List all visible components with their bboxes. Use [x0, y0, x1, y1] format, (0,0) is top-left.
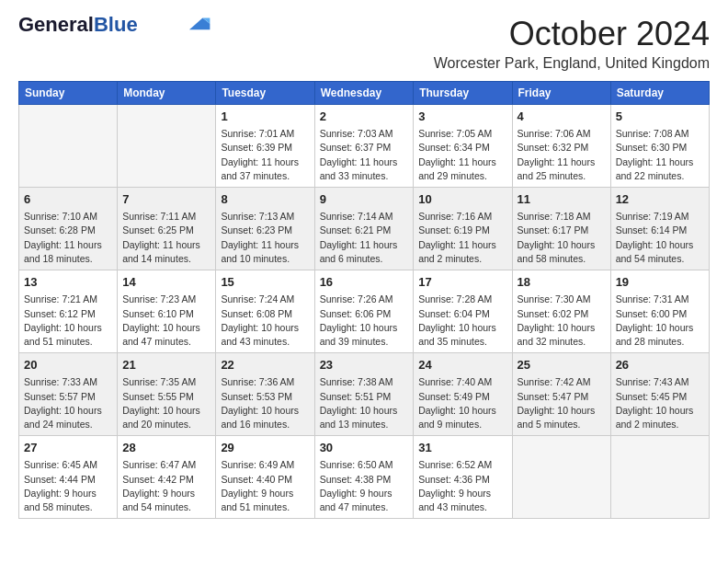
day-number: 31: [418, 440, 506, 456]
calendar-week-row: 1Sunrise: 7:01 AMSunset: 6:39 PMDaylight…: [19, 105, 710, 188]
day-number: 22: [221, 357, 309, 373]
calendar-table: Sunday Monday Tuesday Wednesday Thursday…: [18, 81, 710, 519]
header: GeneralBlue October 2024 Worcester Park,…: [18, 15, 710, 72]
day-detail: Sunrise: 7:05 AMSunset: 6:34 PMDaylight:…: [418, 127, 506, 183]
logo-icon: [182, 15, 211, 31]
day-number: 15: [221, 274, 309, 291]
col-friday: Friday: [512, 82, 610, 105]
day-number: 16: [320, 274, 409, 291]
calendar-cell: 7Sunrise: 7:11 AMSunset: 6:25 PMDaylight…: [118, 188, 216, 270]
day-number: 7: [122, 191, 210, 208]
calendar-cell: 16Sunrise: 7:26 AMSunset: 6:06 PMDayligh…: [314, 270, 414, 353]
logo-general: General: [18, 13, 94, 36]
day-detail: Sunrise: 7:06 AMSunset: 6:32 PMDaylight:…: [518, 127, 606, 183]
day-detail: Sunrise: 7:13 AMSunset: 6:23 PMDaylight:…: [221, 210, 309, 266]
day-number: 28: [122, 440, 210, 456]
day-number: 26: [616, 357, 704, 373]
day-detail: Sunrise: 7:14 AMSunset: 6:21 PMDaylight:…: [320, 210, 409, 266]
col-monday: Monday: [118, 82, 216, 105]
calendar-cell: [19, 105, 118, 188]
calendar-week-row: 27Sunrise: 6:45 AMSunset: 4:44 PMDayligh…: [19, 436, 710, 519]
day-detail: Sunrise: 7:31 AMSunset: 6:00 PMDaylight:…: [616, 293, 704, 349]
calendar-week-row: 6Sunrise: 7:10 AMSunset: 6:28 PMDaylight…: [19, 188, 710, 270]
day-number: 10: [418, 191, 506, 208]
calendar-cell: 5Sunrise: 7:08 AMSunset: 6:30 PMDaylight…: [610, 105, 709, 188]
day-number: 3: [418, 109, 506, 125]
day-detail: Sunrise: 6:50 AMSunset: 4:38 PMDaylight:…: [320, 458, 409, 514]
col-thursday: Thursday: [414, 82, 512, 105]
day-detail: Sunrise: 6:52 AMSunset: 4:36 PMDaylight:…: [418, 458, 506, 514]
day-number: 5: [616, 109, 704, 125]
logo: GeneralBlue: [18, 15, 211, 35]
day-detail: Sunrise: 7:21 AMSunset: 6:12 PMDaylight:…: [24, 293, 112, 349]
day-detail: Sunrise: 7:30 AMSunset: 6:02 PMDaylight:…: [518, 293, 606, 349]
calendar-cell: 31Sunrise: 6:52 AMSunset: 4:36 PMDayligh…: [414, 436, 512, 519]
calendar-cell: [118, 105, 216, 188]
day-number: 30: [320, 440, 409, 456]
calendar-cell: 3Sunrise: 7:05 AMSunset: 6:34 PMDaylight…: [414, 105, 512, 188]
calendar-cell: 24Sunrise: 7:40 AMSunset: 5:49 PMDayligh…: [414, 353, 512, 436]
title-section: October 2024 Worcester Park, England, Un…: [434, 15, 710, 72]
calendar-cell: 25Sunrise: 7:42 AMSunset: 5:47 PMDayligh…: [512, 353, 610, 436]
calendar-cell: 11Sunrise: 7:18 AMSunset: 6:17 PMDayligh…: [512, 188, 610, 270]
calendar-cell: [512, 436, 610, 519]
day-detail: Sunrise: 7:42 AMSunset: 5:47 PMDaylight:…: [518, 375, 606, 431]
calendar-cell: 19Sunrise: 7:31 AMSunset: 6:00 PMDayligh…: [610, 270, 709, 353]
day-number: 14: [122, 274, 210, 291]
calendar-cell: 23Sunrise: 7:38 AMSunset: 5:51 PMDayligh…: [314, 353, 414, 436]
day-number: 25: [518, 357, 606, 373]
calendar-cell: 13Sunrise: 7:21 AMSunset: 6:12 PMDayligh…: [19, 270, 118, 353]
day-detail: Sunrise: 7:18 AMSunset: 6:17 PMDaylight:…: [518, 210, 606, 266]
day-number: 19: [616, 274, 704, 291]
day-detail: Sunrise: 7:28 AMSunset: 6:04 PMDaylight:…: [418, 293, 506, 349]
day-detail: Sunrise: 7:26 AMSunset: 6:06 PMDaylight:…: [320, 293, 409, 349]
day-detail: Sunrise: 7:35 AMSunset: 5:55 PMDaylight:…: [122, 375, 210, 431]
day-detail: Sunrise: 7:19 AMSunset: 6:14 PMDaylight:…: [616, 210, 704, 266]
calendar-week-row: 13Sunrise: 7:21 AMSunset: 6:12 PMDayligh…: [19, 270, 710, 353]
calendar-week-row: 20Sunrise: 7:33 AMSunset: 5:57 PMDayligh…: [19, 353, 710, 436]
day-number: 21: [122, 357, 210, 373]
calendar-cell: 14Sunrise: 7:23 AMSunset: 6:10 PMDayligh…: [118, 270, 216, 353]
day-detail: Sunrise: 7:24 AMSunset: 6:08 PMDaylight:…: [221, 293, 309, 349]
day-detail: Sunrise: 7:33 AMSunset: 5:57 PMDaylight:…: [24, 375, 112, 431]
day-number: 23: [320, 357, 409, 373]
page: GeneralBlue October 2024 Worcester Park,…: [0, 0, 728, 563]
day-number: 8: [221, 191, 309, 208]
day-number: 6: [24, 191, 112, 208]
day-detail: Sunrise: 7:03 AMSunset: 6:37 PMDaylight:…: [320, 127, 409, 183]
calendar-cell: 1Sunrise: 7:01 AMSunset: 6:39 PMDaylight…: [216, 105, 314, 188]
calendar-cell: 2Sunrise: 7:03 AMSunset: 6:37 PMDaylight…: [314, 105, 414, 188]
calendar-cell: 12Sunrise: 7:19 AMSunset: 6:14 PMDayligh…: [610, 188, 709, 270]
calendar-cell: 8Sunrise: 7:13 AMSunset: 6:23 PMDaylight…: [216, 188, 314, 270]
col-sunday: Sunday: [19, 82, 118, 105]
calendar-cell: [610, 436, 709, 519]
day-detail: Sunrise: 6:45 AMSunset: 4:44 PMDaylight:…: [24, 458, 112, 514]
day-number: 13: [24, 274, 112, 291]
day-number: 29: [221, 440, 309, 456]
logo-text: GeneralBlue: [18, 15, 138, 35]
day-detail: Sunrise: 6:47 AMSunset: 4:42 PMDaylight:…: [122, 458, 210, 514]
day-detail: Sunrise: 6:49 AMSunset: 4:40 PMDaylight:…: [221, 458, 309, 514]
day-number: 4: [518, 109, 606, 125]
day-detail: Sunrise: 7:01 AMSunset: 6:39 PMDaylight:…: [221, 127, 309, 183]
col-tuesday: Tuesday: [216, 82, 314, 105]
day-detail: Sunrise: 7:08 AMSunset: 6:30 PMDaylight:…: [616, 127, 704, 183]
calendar-cell: 26Sunrise: 7:43 AMSunset: 5:45 PMDayligh…: [610, 353, 709, 436]
calendar-cell: 18Sunrise: 7:30 AMSunset: 6:02 PMDayligh…: [512, 270, 610, 353]
day-detail: Sunrise: 7:36 AMSunset: 5:53 PMDaylight:…: [221, 375, 309, 431]
calendar-cell: 22Sunrise: 7:36 AMSunset: 5:53 PMDayligh…: [216, 353, 314, 436]
day-detail: Sunrise: 7:40 AMSunset: 5:49 PMDaylight:…: [418, 375, 506, 431]
day-number: 1: [221, 109, 309, 125]
calendar-cell: 21Sunrise: 7:35 AMSunset: 5:55 PMDayligh…: [118, 353, 216, 436]
location: Worcester Park, England, United Kingdom: [434, 55, 710, 72]
month-title: October 2024: [434, 15, 710, 53]
day-detail: Sunrise: 7:23 AMSunset: 6:10 PMDaylight:…: [122, 293, 210, 349]
day-detail: Sunrise: 7:11 AMSunset: 6:25 PMDaylight:…: [122, 210, 210, 266]
calendar-cell: 4Sunrise: 7:06 AMSunset: 6:32 PMDaylight…: [512, 105, 610, 188]
calendar-cell: 30Sunrise: 6:50 AMSunset: 4:38 PMDayligh…: [314, 436, 414, 519]
day-number: 27: [24, 440, 112, 456]
col-wednesday: Wednesday: [314, 82, 414, 105]
day-detail: Sunrise: 7:38 AMSunset: 5:51 PMDaylight:…: [320, 375, 409, 431]
day-number: 17: [418, 274, 506, 291]
logo-blue: Blue: [94, 13, 138, 36]
